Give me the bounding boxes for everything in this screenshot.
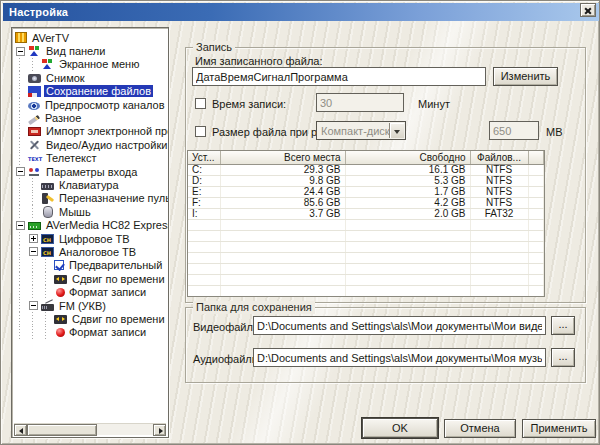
column-header[interactable]: Всего места (220, 151, 345, 164)
tree-indent (28, 326, 41, 339)
tree-item[interactable]: Цифровое ТВ (12, 232, 168, 245)
tree-item[interactable]: Предварительный (12, 259, 168, 272)
tree-item[interactable]: Разное (12, 111, 168, 124)
tree-item[interactable]: Формат записи (12, 285, 168, 298)
drive-row[interactable]: E:24.4 GB1.7 GBNTFS (188, 186, 544, 197)
empty-cell (528, 285, 544, 296)
collapse-minus-icon[interactable] (16, 221, 25, 230)
video-path-input[interactable] (253, 316, 546, 335)
drive-row[interactable]: D:9.8 GB5.3 GBNTFS (188, 175, 544, 186)
scroll-right-icon[interactable] (153, 424, 166, 436)
collapse-minus-icon[interactable] (29, 301, 38, 310)
tree-indent (15, 85, 28, 98)
empty-cell (345, 296, 470, 297)
tree-item[interactable]: Параметры входа (12, 165, 168, 178)
tree-item[interactable]: AVerMedia HC82 Express-C. (12, 218, 168, 231)
collapse-minus-icon[interactable] (16, 47, 25, 56)
tree-item[interactable]: Телетекст (12, 152, 168, 165)
tree-item-label: Предпросмотр каналов (43, 99, 167, 111)
empty-cell (470, 296, 528, 297)
scrollbar-thumb[interactable] (27, 424, 97, 436)
empty-cell (528, 296, 544, 297)
drive-row[interactable]: F:85.6 GB4.2 GBNTFS (188, 197, 544, 208)
tree-item[interactable]: Вид панели (12, 44, 168, 57)
tree-item[interactable]: Предпросмотр каналов (12, 98, 168, 111)
record-time-label: Время записи: (212, 98, 286, 110)
tree-indent (15, 326, 28, 339)
empty-cell (345, 241, 470, 252)
tv-channel-icon (41, 234, 54, 244)
empty-cell (470, 252, 528, 263)
collapse-minus-icon[interactable] (29, 247, 38, 256)
apply-button[interactable]: Применить (522, 419, 596, 438)
tree-item-label: Формат записи (67, 326, 148, 338)
tree-item[interactable]: Мышь (12, 205, 168, 218)
drive-row[interactable]: C:29.3 GB16.1 GBNTFS (188, 164, 544, 175)
tree-item-label: Клавиатура (57, 179, 121, 191)
tree-indent (15, 285, 28, 298)
collapse-minus-icon[interactable] (16, 167, 25, 176)
tree-indent (28, 58, 41, 71)
tree-item[interactable]: Сдвиг по времени (12, 272, 168, 285)
drive-cell: 24.4 GB (220, 186, 345, 197)
tree-item[interactable]: Аналоговое ТВ (12, 245, 168, 258)
tree-item[interactable]: Сохранение файлов (12, 85, 168, 98)
tree-item[interactable]: Видео/Аудио настройки (12, 138, 168, 151)
empty-cell (345, 274, 470, 285)
camera-icon (28, 74, 41, 83)
tree-item[interactable]: Формат записи (12, 326, 168, 339)
tree-item[interactable]: Переназначение пульт (12, 192, 168, 205)
drive-cell: FAT32 (470, 208, 528, 219)
tree-item-label: Телетекст (44, 152, 99, 164)
close-icon[interactable] (580, 3, 596, 17)
drive-row[interactable]: I:3.7 GB2.0 GBFAT32 (188, 208, 544, 219)
tree-indent (15, 125, 28, 138)
expand-plus-icon[interactable] (29, 234, 38, 243)
drive-cell: 16.1 GB (345, 164, 470, 175)
column-header[interactable]: Файлов... (470, 151, 528, 164)
record-time-checkbox[interactable] (195, 98, 206, 109)
tree-item-label: AVerTV (30, 32, 71, 44)
mouse-icon (41, 206, 54, 217)
panel-view-icon (41, 59, 54, 70)
tree-indent (15, 232, 28, 245)
eye-preview-icon (28, 102, 40, 110)
tree-horizontal-scrollbar[interactable] (14, 423, 166, 435)
tree-item[interactable]: AVerTV (12, 31, 168, 44)
drive-cell-filler (528, 175, 544, 186)
empty-cell (528, 274, 544, 285)
change-button[interactable]: Изменить (493, 67, 558, 86)
tree-indent (15, 205, 28, 218)
video-browse-button[interactable]: ... (551, 316, 575, 335)
drive-cell-filler (528, 208, 544, 219)
tree-item[interactable]: Снимок (12, 71, 168, 84)
empty-cell (188, 296, 220, 297)
tree-item[interactable]: Экранное меню (12, 58, 168, 71)
settings-dialog: Настройка AVerTVВид панелиЭкранное менюС… (0, 0, 600, 445)
keyboard-icon (41, 183, 54, 190)
tree-item-label: Видео/Аудио настройки (44, 139, 169, 151)
tree-item[interactable]: Импорт электронной прог (12, 125, 168, 138)
column-header-filler (528, 151, 544, 164)
empty-cell (220, 296, 345, 297)
tree-item-label: Параметры входа (44, 166, 139, 178)
tree-indent (15, 272, 28, 285)
filename-input[interactable] (192, 67, 486, 86)
scroll-left-icon[interactable] (14, 424, 27, 436)
tree-item[interactable]: Сдвиг по времени (12, 312, 168, 325)
tree-item[interactable]: Клавиатура (12, 178, 168, 191)
tree-item[interactable]: FM (УКВ) (12, 299, 168, 312)
empty-cell (220, 274, 345, 285)
tree-indent (15, 178, 28, 191)
ok-button[interactable]: OK (362, 418, 438, 438)
split-preset-dropdown: Компакт-диск (316, 121, 406, 140)
split-size-checkbox[interactable] (195, 126, 206, 137)
audio-browse-button[interactable]: ... (551, 348, 575, 367)
column-header[interactable]: Уст... (188, 151, 220, 164)
audio-path-input[interactable] (253, 348, 546, 367)
drive-cell: F: (188, 197, 220, 208)
cancel-button[interactable]: Отмена (444, 419, 516, 438)
column-header[interactable]: Свободно (345, 151, 470, 164)
tree-indent (15, 111, 28, 124)
input-params-icon (28, 166, 41, 177)
